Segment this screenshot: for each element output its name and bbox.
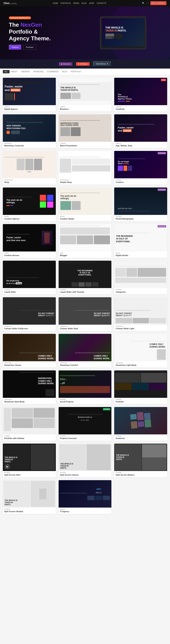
demo-thumb-creators: POPULAR Do not forgetabout quality. [114,151,167,178]
demo-card-digital-agency[interactable]: Faster, easierand bolder Agency Digital … [3,78,56,112]
demo-card-liquid[interactable]: the beginningis of everything Portfolio … [3,261,56,294]
demo-card-creative-studio[interactable]: The work we dowillingly. Studio Creative… [59,188,112,221]
tab-blog[interactable]: BLOG [61,70,69,73]
demo-category-portfolio-sidebar: Portfolio [3,434,56,437]
demo-card-showcase-dark[interactable]: INSPIRATIONCOMES ONLYDURING WORK. Showca… [3,370,56,404]
demo-thumb-showcase-classic: COMES ONLYDURING WORK. [3,334,56,361]
demo-thumb-portfolio [114,370,167,398]
laptop-mockup: THE WHOLE IS TAKEN IN PARTS. [100,16,146,49]
nav-shop[interactable]: SHOP [89,2,94,4]
search-icon[interactable]: 🔍 [142,2,145,4]
purchase-button[interactable]: Purchase [23,45,36,50]
chevron-down-icon: ▼ [107,63,108,65]
demo-card-photo[interactable]: POPULAR and that one over... Portfolio P… [114,188,167,221]
demo-category-creators: Creative [114,178,167,181]
demo-title-split-divided: Split Screen Divided [3,510,56,514]
demo-thumb-split-dark: THE WHOLE ISTAKEN INPARTS. ▶ [3,444,56,471]
main-nav: HOME PORTFOLIO PAGES BLOG SHOP CONTACTS [53,2,106,4]
demo-thumb-projects-carousel: UPDATE Business leads us on our sites. [59,407,112,434]
demo-category-categories: Portfolio [114,288,167,291]
demo-card-shop[interactable]: Shop Ecommerce Shop [3,151,56,185]
demo-title-split-modern: Split Screen Modern [114,474,167,477]
nav-pages[interactable]: PAGES [73,2,79,4]
demo-card-showcase-light[interactable]: COMES ONLYDURING WORK. Showcase ShowCase… [114,334,167,368]
demo-thumb-split-modern: THE WHOLE ISTAKEN INPARTS. [114,444,167,471]
demo-thumb-col-light: DO NOT FORGETABOUT QUALITY [114,297,167,325]
demo-title-shop: Shop [3,181,56,185]
demo-card-col-full[interactable]: DO NOT FORGETABOUT QUALITY Showcase Colu… [3,297,56,331]
demo-card-showcase-classic[interactable]: COMES ONLYDURING WORK. Showcase ShowCase… [3,334,56,368]
demo-card-liquid-thumbs[interactable]: THE BEGINNINGIS HALF OFEVERYTHING. Portf… [59,261,112,294]
demo-card-split-modern[interactable]: THE WHOLE ISTAKEN INPARTS. Portfolio Spl… [114,444,167,477]
demo-card-split-classic[interactable]: THE WHOLE ISTAKEN INPARTS. Portfolio Spl… [59,444,112,477]
demo-card-simple-shop[interactable]: Ecommerce Simple Shop [59,151,112,185]
tab-creative[interactable]: CREATIVE [19,70,31,73]
demo-card-portfolio-sidebar[interactable]: Portfolio Portfolio with Sidebar [3,407,56,441]
demo-category-col-dark: Showcase [59,325,112,328]
view-demos-button[interactable]: View Demos ▼ [93,62,111,66]
demo-card-split-dark[interactable]: THE WHOLE ISTAKEN INPARTS. ▶ Portfolio S… [3,444,56,477]
demo-card-categories[interactable]: Portfolio Categories [114,261,167,294]
demo-card-projects-carousel[interactable]: UPDATE Business leads us on our sites. P… [59,407,112,441]
demo-title-creative-bureau: Creative Bureau [3,254,56,258]
demo-card-business[interactable]: THE WHOLE ISTAKEN IN PARTS. Agency Busin… [59,78,112,112]
wp-badge: Powered by WordPress 5.5 [9,16,31,19]
demo-title-showcase-light: ShowCase Light Mode [114,364,167,368]
demo-category-creative-studio: Studio [59,215,112,218]
tab-portfolio[interactable]: PORTFOLIO [69,70,83,73]
demo-card-blogger[interactable]: Blog Blogger [59,224,112,258]
demo-category-split-classic: Portfolio [59,471,112,474]
logo: Clivo creativity. [4,2,17,5]
demo-title-creative-studio: Creative Studio [59,218,112,221]
demo-card-portfolio[interactable]: Portfolio Portfolio [114,370,167,404]
demo-thumb-simple-shop [59,151,112,178]
demo-card-split-divided[interactable]: THE WHOLE ISTAKEN INPARTS. Portfolio Spl… [3,480,56,514]
nav-home[interactable]: HOME [53,2,58,4]
demo-thumb-app: Faster, easierand bolder [114,114,167,142]
demo-title-col-full: Column Slider FullScreen [3,328,56,331]
demo-card-creativity[interactable]: NEW ThePortfolio &Agency Theme. Agency C… [114,78,167,112]
demo-card-creative-bureau[interactable]: Faster, easierand that one over. Studio … [3,224,56,258]
demo-thumb-digital-studio: POPULAR THE BEGINNINGIS HALF OFEVERYTHIN… [114,224,167,252]
demo-card-scattered[interactable]: Portfolio Scattered [114,407,167,441]
features-button[interactable]: Features [9,45,22,50]
demo-category-blogger: Blog [59,252,112,254]
demo-card-creators[interactable]: POPULAR Do not forgetabout quality. Crea… [114,151,167,185]
demo-thumb-work-pres: INSPIRATION COMESONLY DURING WORK [59,114,112,142]
demo-card-digital-studio[interactable]: POPULAR THE BEGINNINGIS HALF OFEVERYTHIN… [114,224,167,258]
demo-title-simple-shop: Simple Shop [59,181,112,185]
demo-card-col-dark[interactable]: DO NOT FORGETABOUT QUALITY Showcase Colu… [59,297,112,331]
tab-about[interactable]: ABOUT [10,70,19,73]
demo-thumb-showcase-colorful: COMES ONLYDURING WORK. [59,334,112,361]
nav-blog[interactable]: BLOG [82,2,87,4]
demo-thumb-business: THE WHOLE ISTAKEN IN PARTS. [59,78,112,105]
demo-card-creative-agency[interactable]: The work we dowillingly. Studio Creative… [3,188,56,221]
fullscreen-icon[interactable]: ⛶ [146,2,148,4]
demo-category-marketing: Marketing [3,142,56,144]
demo-card-work-pres[interactable]: INSPIRATION COMESONLY DURING WORK Creati… [59,114,112,148]
demo-card-showcase-colorful[interactable]: COMES ONLYDURING WORK. Showcase ShowCase… [59,334,112,368]
plugin-bar: ◆ Elementor ■ WPBakery View Demos ▼ [0,60,170,68]
demo-thumb-marketing: NEW THINKING.NEW POSSIBILITIES. [3,114,56,142]
tab-ecommerce[interactable]: ECOMMERCE [45,70,61,73]
demo-thumb-creative-agency: The work we dowillingly. [3,188,56,215]
nav-portfolio[interactable]: PORTFOLIO [61,2,71,4]
buy-button[interactable]: BUY PORTAL [150,1,166,5]
demo-card-scroll[interactable]: esa... ...pi Portfolio Scroll Projects [59,370,112,404]
demo-thumb-showcase-dark: INSPIRATIONCOMES ONLYDURING WORK. [3,370,56,398]
tab-showcase[interactable]: SHOWCASE [32,70,45,73]
demo-thumb-photo: POPULAR and that one over... [114,188,167,215]
demo-category-showcase-dark: Showcase [3,398,56,401]
elementor-icon: ◆ [61,63,62,65]
demo-card-it-agency[interactable]: <IT> Agency Agency IT Agency [59,480,112,514]
demo-title-split-dark: Split Screen Dark [3,474,56,477]
demo-card-marketing[interactable]: NEW THINKING.NEW POSSIBILITIES. Marketin… [3,114,56,148]
demo-card-app[interactable]: Faster, easierand bolder Agency App, Mob… [114,114,167,148]
nav-contacts[interactable]: CONTACTS [97,2,106,4]
demo-thumb-creativity: NEW ThePortfolio &Agency Theme. [114,78,167,105]
demo-card-col-light[interactable]: DO NOT FORGETABOUT QUALITY Showcase Colu… [114,297,167,331]
demo-title-digital-agency: Digital Agency [3,108,56,112]
demo-thumb-creative-bureau: Faster, easierand that one over. [3,224,56,252]
hero-title: The NexGen Portfolio & Agency Theme. [9,22,85,42]
tab-all[interactable]: ALL [3,70,10,73]
